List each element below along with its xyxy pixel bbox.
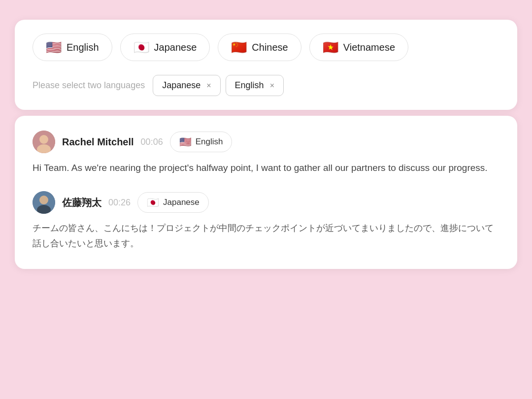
selected-tag-english-label: English bbox=[235, 80, 264, 91]
speaker-sato-name: 佐藤翔太 bbox=[62, 196, 101, 209]
message-sato-timestamp: 00:26 bbox=[108, 198, 131, 208]
lang-button-english[interactable]: 🇺🇸 English bbox=[33, 33, 112, 61]
rachel-language-badge: 🇺🇸 English bbox=[170, 132, 233, 152]
remove-japanese-tag-button[interactable]: × bbox=[206, 81, 211, 90]
selection-tags: Japanese × English × bbox=[153, 75, 284, 96]
selected-tag-english[interactable]: English × bbox=[226, 75, 284, 96]
avatar-rachel bbox=[33, 131, 55, 153]
lang-button-japanese-label: Japanese bbox=[154, 42, 197, 53]
message-block-rachel: Rachel Mitchell 00:06 🇺🇸 English Hi Team… bbox=[33, 131, 499, 175]
avatar-sato bbox=[33, 191, 55, 214]
rachel-language-label: English bbox=[196, 137, 223, 147]
selected-tag-japanese[interactable]: Japanese × bbox=[153, 75, 220, 96]
messages-card: Rachel Mitchell 00:06 🇺🇸 English Hi Team… bbox=[15, 116, 517, 269]
message-rachel-text: Hi Team. As we're nearing the project's … bbox=[33, 160, 499, 175]
remove-english-tag-button[interactable]: × bbox=[270, 81, 274, 90]
message-block-sato: 佐藤翔太 00:26 🇯🇵 Japanese チームの皆さん、こんにちは！プロジ… bbox=[33, 191, 499, 251]
language-selection-card: 🇺🇸 English 🇯🇵 Japanese 🇨🇳 Chinese 🇻🇳 Vie… bbox=[15, 20, 517, 110]
speaker-rachel-name: Rachel Mitchell bbox=[62, 136, 134, 148]
lang-button-vietnamese-label: Vietnamese bbox=[343, 42, 395, 53]
lang-button-chinese[interactable]: 🇨🇳 Chinese bbox=[218, 33, 301, 61]
main-container: 🇺🇸 English 🇯🇵 Japanese 🇨🇳 Chinese 🇻🇳 Vie… bbox=[15, 20, 517, 269]
vietnamese-flag-icon: 🇻🇳 bbox=[323, 41, 338, 54]
language-buttons-row: 🇺🇸 English 🇯🇵 Japanese 🇨🇳 Chinese 🇻🇳 Vie… bbox=[33, 33, 499, 61]
japanese-flag-icon: 🇯🇵 bbox=[133, 41, 149, 54]
svg-point-1 bbox=[39, 135, 48, 144]
lang-button-chinese-label: Chinese bbox=[252, 42, 288, 53]
message-rachel-timestamp: 00:06 bbox=[141, 137, 163, 147]
selection-label: Please select two languages bbox=[33, 80, 145, 91]
chinese-flag-icon: 🇨🇳 bbox=[231, 41, 247, 54]
message-sato-text: チームの皆さん、こんにちは！プロジェクトが中間のチェックポイントが近づいてまいり… bbox=[33, 221, 499, 251]
message-header-sato: 佐藤翔太 00:26 🇯🇵 Japanese bbox=[33, 191, 499, 214]
selection-row: Please select two languages Japanese × E… bbox=[33, 75, 499, 96]
sato-language-badge: 🇯🇵 Japanese bbox=[137, 192, 209, 213]
english-flag-icon: 🇺🇸 bbox=[46, 41, 62, 54]
lang-button-vietnamese[interactable]: 🇻🇳 Vietnamese bbox=[309, 33, 408, 61]
lang-button-japanese[interactable]: 🇯🇵 Japanese bbox=[120, 33, 210, 61]
lang-button-english-label: English bbox=[66, 42, 99, 53]
rachel-language-flag-icon: 🇺🇸 bbox=[179, 136, 192, 148]
svg-point-4 bbox=[39, 196, 48, 204]
message-header-rachel: Rachel Mitchell 00:06 🇺🇸 English bbox=[33, 131, 499, 153]
sato-language-label: Japanese bbox=[163, 198, 200, 207]
selected-tag-japanese-label: Japanese bbox=[162, 80, 200, 91]
sato-language-flag-icon: 🇯🇵 bbox=[147, 197, 159, 208]
